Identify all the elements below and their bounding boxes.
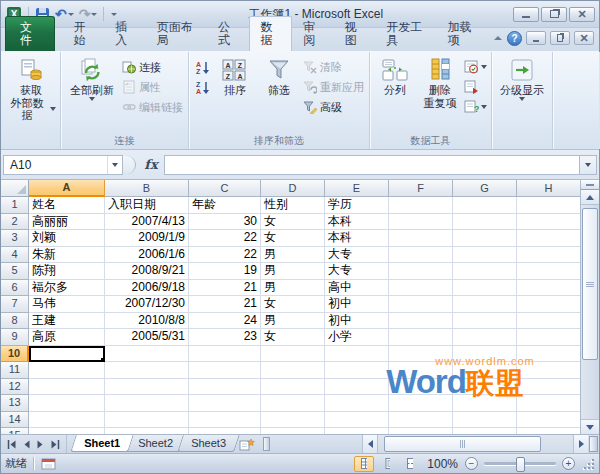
workbook-close-button[interactable]: ✕ bbox=[574, 31, 594, 45]
column-header-E[interactable]: E bbox=[325, 180, 389, 197]
cell-A9[interactable]: 高原 bbox=[29, 329, 105, 346]
cell-E11[interactable] bbox=[325, 362, 389, 379]
cell-A2[interactable]: 高丽丽 bbox=[29, 214, 105, 231]
cell-C11[interactable] bbox=[189, 362, 261, 379]
cell-A6[interactable]: 福尔多 bbox=[29, 280, 105, 297]
cell-B8[interactable]: 2010/8/8 bbox=[105, 313, 189, 330]
scroll-up-button[interactable] bbox=[581, 190, 599, 205]
cell-A15[interactable] bbox=[29, 428, 105, 434]
cell-C8[interactable]: 24 bbox=[189, 313, 261, 330]
zoom-slider-track[interactable] bbox=[484, 462, 556, 465]
cell-C15[interactable] bbox=[189, 428, 261, 434]
row-header-8[interactable]: 8 bbox=[1, 313, 29, 330]
tab-split-handle[interactable] bbox=[263, 437, 270, 451]
cell-H3[interactable] bbox=[517, 230, 581, 247]
cell-E14[interactable] bbox=[325, 412, 389, 429]
advanced-filter-button[interactable]: 高级 bbox=[301, 98, 366, 116]
outline-button[interactable]: 分级显示 bbox=[495, 54, 549, 102]
cell-A7[interactable]: 马伟 bbox=[29, 296, 105, 313]
cell-B2[interactable]: 2007/4/13 bbox=[105, 214, 189, 231]
previous-sheet-button[interactable] bbox=[20, 439, 33, 450]
zoom-out-button[interactable]: − bbox=[465, 457, 478, 470]
horizontal-split-handle[interactable] bbox=[589, 436, 598, 452]
record-macro-button[interactable] bbox=[40, 455, 58, 473]
cell-E10[interactable] bbox=[325, 346, 389, 363]
zoom-level[interactable]: 100% bbox=[427, 457, 458, 471]
cell-E5[interactable]: 大专 bbox=[325, 263, 389, 280]
consolidate-button[interactable] bbox=[463, 78, 488, 96]
vertical-scroll-track[interactable] bbox=[581, 205, 599, 419]
cell-G9[interactable] bbox=[453, 329, 517, 346]
column-header-G[interactable]: G bbox=[453, 180, 517, 197]
restore-button[interactable] bbox=[541, 7, 567, 22]
cell-B13[interactable] bbox=[105, 395, 189, 412]
cell-B12[interactable] bbox=[105, 379, 189, 396]
cell-G4[interactable] bbox=[453, 247, 517, 264]
cell-A13[interactable] bbox=[29, 395, 105, 412]
minimize-button[interactable] bbox=[513, 7, 539, 22]
cell-H1[interactable] bbox=[517, 197, 581, 214]
select-all-corner[interactable] bbox=[1, 180, 29, 197]
cell-A8[interactable]: 王建 bbox=[29, 313, 105, 330]
row-header-15[interactable]: 15 bbox=[1, 428, 29, 434]
workbook-restore-button[interactable] bbox=[550, 31, 570, 45]
column-header-A[interactable]: A bbox=[29, 180, 105, 197]
cell-E1[interactable]: 学历 bbox=[325, 197, 389, 214]
tab-insert[interactable]: 插入 bbox=[104, 17, 146, 51]
row-header-7[interactable]: 7 bbox=[1, 296, 29, 313]
cell-H14[interactable] bbox=[517, 412, 581, 429]
cell-G11[interactable] bbox=[453, 362, 517, 379]
cell-C12[interactable] bbox=[189, 379, 261, 396]
cell-C7[interactable]: 21 bbox=[189, 296, 261, 313]
cell-F13[interactable] bbox=[389, 395, 453, 412]
cell-A10[interactable] bbox=[29, 346, 105, 363]
cell-C3[interactable]: 22 bbox=[189, 230, 261, 247]
cell-H11[interactable] bbox=[517, 362, 581, 379]
cell-H13[interactable] bbox=[517, 395, 581, 412]
cell-B15[interactable] bbox=[105, 428, 189, 434]
row-header-6[interactable]: 6 bbox=[1, 280, 29, 297]
normal-view-button[interactable] bbox=[354, 456, 374, 472]
tab-home[interactable]: 开始 bbox=[63, 17, 105, 51]
cell-G7[interactable] bbox=[453, 296, 517, 313]
cell-G1[interactable] bbox=[453, 197, 517, 214]
cell-H10[interactable] bbox=[517, 346, 581, 363]
cell-E9[interactable]: 小学 bbox=[325, 329, 389, 346]
row-header-13[interactable]: 13 bbox=[1, 395, 29, 412]
cell-C14[interactable] bbox=[189, 412, 261, 429]
tab-page-layout[interactable]: 页面布局 bbox=[146, 17, 207, 51]
cell-E2[interactable]: 本科 bbox=[325, 214, 389, 231]
cell-D6[interactable]: 男 bbox=[261, 280, 325, 297]
cell-F1[interactable] bbox=[389, 197, 453, 214]
cell-G3[interactable] bbox=[453, 230, 517, 247]
row-header-12[interactable]: 12 bbox=[1, 379, 29, 396]
page-layout-view-button[interactable] bbox=[377, 456, 397, 472]
cell-D9[interactable]: 女 bbox=[261, 329, 325, 346]
help-button[interactable]: ? bbox=[507, 31, 522, 46]
cell-B3[interactable]: 2009/1/9 bbox=[105, 230, 189, 247]
cell-F11[interactable] bbox=[389, 362, 453, 379]
column-header-B[interactable]: B bbox=[105, 180, 189, 197]
cell-A12[interactable] bbox=[29, 379, 105, 396]
cell-F6[interactable] bbox=[389, 280, 453, 297]
cell-C2[interactable]: 30 bbox=[189, 214, 261, 231]
column-header-D[interactable]: D bbox=[261, 180, 325, 197]
row-header-2[interactable]: 2 bbox=[1, 214, 29, 231]
cell-G10[interactable] bbox=[453, 346, 517, 363]
connections-button[interactable]: 连接 bbox=[120, 58, 185, 76]
cell-D7[interactable]: 女 bbox=[261, 296, 325, 313]
row-header-3[interactable]: 3 bbox=[1, 230, 29, 247]
cell-E6[interactable]: 高中 bbox=[325, 280, 389, 297]
tab-file[interactable]: 文件 bbox=[5, 16, 55, 51]
tab-developer[interactable]: 开发工具 bbox=[375, 17, 436, 51]
cell-C1[interactable]: 年龄 bbox=[189, 197, 261, 214]
cell-B5[interactable]: 2008/9/21 bbox=[105, 263, 189, 280]
cell-D14[interactable] bbox=[261, 412, 325, 429]
cell-F9[interactable] bbox=[389, 329, 453, 346]
horizontal-scrollbar[interactable] bbox=[362, 435, 599, 453]
row-header-10[interactable]: 10 bbox=[1, 346, 29, 363]
close-button[interactable]: ✕ bbox=[569, 7, 595, 22]
cell-G2[interactable] bbox=[453, 214, 517, 231]
cell-H5[interactable] bbox=[517, 263, 581, 280]
cell-E8[interactable]: 初中 bbox=[325, 313, 389, 330]
